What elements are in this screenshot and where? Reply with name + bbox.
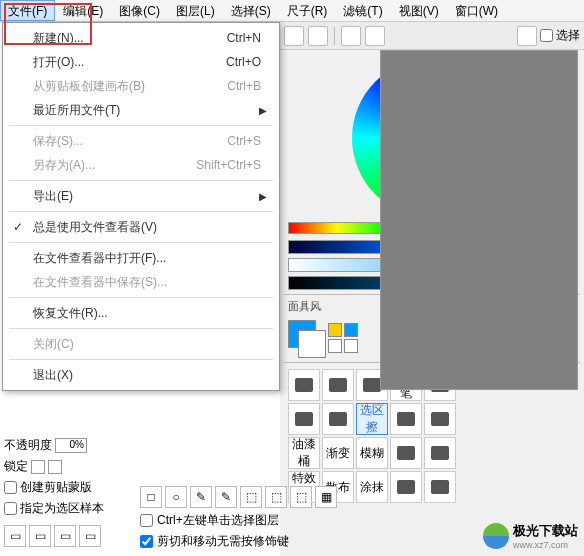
tool-icon[interactable]	[365, 26, 385, 46]
tool-icon[interactable]	[308, 26, 328, 46]
menu-window[interactable]: 窗口(W)	[447, 0, 506, 21]
brush-tool[interactable]	[390, 437, 422, 469]
menu-item-new[interactable]: 新建(N)...Ctrl+N	[5, 26, 277, 50]
chevron-right-icon: ▶	[259, 105, 267, 116]
lock-icon[interactable]	[48, 460, 62, 474]
menu-filter[interactable]: 滤镜(T)	[335, 0, 390, 21]
menu-item-recover[interactable]: 恢复文件(R)...	[5, 301, 277, 325]
tool-icon[interactable]: □	[140, 486, 162, 508]
brush-tool[interactable]	[424, 403, 456, 435]
menu-ruler[interactable]: 尺子(R)	[279, 0, 336, 21]
palette-swatch[interactable]	[328, 339, 342, 353]
menu-separator	[9, 125, 273, 126]
canvas-area[interactable]	[380, 50, 578, 390]
tool-icon[interactable]: ⬚	[240, 486, 262, 508]
chevron-right-icon: ▶	[259, 191, 267, 202]
brush-tool[interactable]	[322, 369, 354, 401]
layer-tool-icon[interactable]: ▭	[29, 525, 51, 547]
brush-tool[interactable]	[390, 403, 422, 435]
clipping-mask-checkbox[interactable]	[4, 481, 17, 494]
tool-icon[interactable]	[341, 26, 361, 46]
menu-separator	[9, 242, 273, 243]
menu-item-save: 保存(S)...Ctrl+S	[5, 129, 277, 153]
ctrl-click-checkbox[interactable]	[140, 514, 153, 527]
palette-swatch[interactable]	[344, 323, 358, 337]
top-toolbar: 选择	[280, 22, 584, 50]
logo-icon	[483, 523, 509, 549]
layer-tool-icon[interactable]: ▭	[4, 525, 26, 547]
layer-tool-icon[interactable]: ▭	[54, 525, 76, 547]
brush-tool[interactable]	[322, 403, 354, 435]
menu-separator	[9, 297, 273, 298]
tool-icon[interactable]: ✎	[215, 486, 237, 508]
menu-item-close: 关闭(C)	[5, 332, 277, 356]
check-icon: ✓	[13, 220, 23, 234]
palette-swatch[interactable]	[328, 323, 342, 337]
menu-edit[interactable]: 编辑(E)	[55, 0, 111, 21]
menu-layer[interactable]: 图层(L)	[168, 0, 223, 21]
brush-selection-erase[interactable]: 选区擦	[356, 403, 388, 435]
menu-item-recent[interactable]: 最近所用文件(T)▶	[5, 98, 277, 122]
layer-panel-bottom: 不透明度0% 锁定 创建剪贴蒙版 指定为选区样本 ▭ ▭ ▭ ▭	[4, 435, 134, 549]
tool-icon[interactable]: ○	[165, 486, 187, 508]
tool-icon[interactable]: ⬚	[290, 486, 312, 508]
tool-icon[interactable]: ✎	[190, 486, 212, 508]
select-label: 选择	[556, 27, 580, 44]
brush-blur[interactable]: 模糊	[356, 437, 388, 469]
logo-url: www.xz7.com	[513, 540, 578, 550]
background-swatch[interactable]	[298, 330, 326, 358]
menu-separator	[9, 211, 273, 212]
menu-select[interactable]: 选择(S)	[223, 0, 279, 21]
menu-item-from-clipboard: 从剪贴板创建画布(B)Ctrl+B	[5, 74, 277, 98]
menu-item-export[interactable]: 导出(E)▶	[5, 184, 277, 208]
menu-separator	[9, 359, 273, 360]
opacity-value[interactable]: 0%	[55, 438, 87, 453]
lock-icon[interactable]	[31, 460, 45, 474]
menu-item-exit[interactable]: 退出(X)	[5, 363, 277, 387]
menu-item-always-viewer[interactable]: ✓总是使用文件查看器(V)	[5, 215, 277, 239]
menu-view[interactable]: 视图(V)	[391, 0, 447, 21]
layer-tool-icon[interactable]: ▭	[79, 525, 101, 547]
brush-tool[interactable]	[424, 437, 456, 469]
brush-tool[interactable]	[288, 369, 320, 401]
tool-icon[interactable]: ▦	[315, 486, 337, 508]
menu-item-open[interactable]: 打开(O)...Ctrl+O	[5, 50, 277, 74]
palette-swatch[interactable]	[344, 339, 358, 353]
brush-tool[interactable]	[288, 403, 320, 435]
menu-item-open-in-viewer[interactable]: 在文件查看器中打开(F)...	[5, 246, 277, 270]
brush-bucket[interactable]: 油漆桶	[288, 437, 320, 469]
select-checkbox[interactable]	[540, 29, 553, 42]
menubar: 文件(F) 编辑(E) 图像(C) 图层(L) 选择(S) 尺子(R) 滤镜(T…	[0, 0, 584, 22]
toolbar-separator	[334, 27, 335, 45]
menu-separator	[9, 180, 273, 181]
file-menu-dropdown: 新建(N)...Ctrl+N 打开(O)...Ctrl+O 从剪贴板创建画布(B…	[2, 22, 280, 391]
tool-icon[interactable]	[517, 26, 537, 46]
cut-move-label: 剪切和移动无需按修饰键	[157, 533, 289, 550]
selection-sample-label: 指定为选区样本	[20, 500, 104, 517]
lock-label: 锁定	[4, 458, 28, 475]
logo-name: 极光下载站	[513, 522, 578, 540]
menu-file[interactable]: 文件(F)	[0, 0, 55, 21]
clipping-mask-label: 创建剪贴蒙版	[20, 479, 92, 496]
tool-icon[interactable]: ⬚	[265, 486, 287, 508]
menu-separator	[9, 328, 273, 329]
tool-icon[interactable]	[284, 26, 304, 46]
menu-item-save-as: 另存为(A)...Shift+Ctrl+S	[5, 153, 277, 177]
brush-gradient[interactable]: 渐变	[322, 437, 354, 469]
menu-image[interactable]: 图像(C)	[111, 0, 168, 21]
ctrl-click-label: Ctrl+左键单击选择图层	[157, 512, 279, 529]
opacity-label: 不透明度	[4, 437, 52, 454]
menu-item-save-in-viewer: 在文件查看器中保存(S)...	[5, 270, 277, 294]
selection-sample-checkbox[interactable]	[4, 502, 17, 515]
cut-move-checkbox[interactable]	[140, 535, 153, 548]
watermark-logo: 极光下载站 www.xz7.com	[483, 522, 578, 550]
